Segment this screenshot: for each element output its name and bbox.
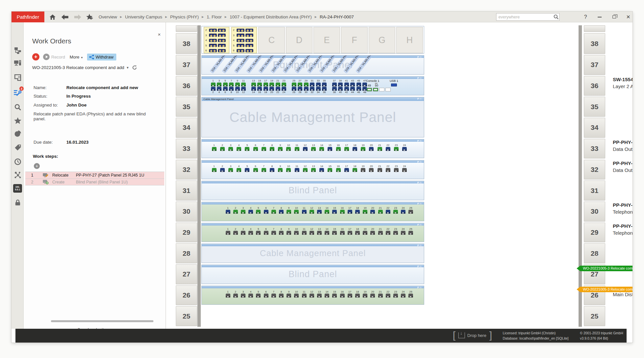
fiber-module[interactable] (209, 44, 217, 47)
more-menu-button[interactable]: More ▼ (70, 55, 83, 60)
rack-panel-u26[interactable]: FR12345678910111213141516171819202122232… (201, 286, 424, 305)
switch-port[interactable] (241, 87, 246, 91)
patch-port[interactable] (220, 147, 225, 151)
switch-port[interactable] (356, 83, 361, 86)
fiber-module[interactable] (218, 39, 226, 42)
patch-port[interactable] (401, 294, 405, 298)
patch-port[interactable] (245, 147, 249, 151)
component-label-PP-PHY-33[interactable]: PP-PHY-33Data Outlet / Horizontal Cablin… (613, 139, 632, 152)
patch-port[interactable] (378, 294, 383, 298)
patch-port[interactable] (370, 210, 375, 214)
patch-port[interactable] (386, 147, 390, 151)
patch-port[interactable] (348, 231, 352, 235)
cable-label-ribbon[interactable]: 104 - VLAN PHY (356, 55, 379, 74)
patch-port[interactable] (369, 168, 374, 172)
switch-port[interactable] (332, 87, 337, 91)
front-rear-toggle[interactable]: FR (417, 202, 422, 205)
patch-port[interactable] (264, 231, 268, 235)
switch-port[interactable] (217, 83, 221, 86)
patch-port[interactable] (353, 168, 357, 172)
patch-port[interactable] (378, 210, 383, 214)
rack-panel-u33[interactable]: FR12345678910111213141516171819202122232… (201, 139, 424, 158)
fiber-module[interactable] (209, 39, 217, 42)
front-rear-toggle[interactable]: FR (417, 286, 422, 289)
sidebar-item-lock[interactable] (13, 198, 22, 207)
sidebar-item-work-orders[interactable]: 3 (13, 88, 22, 97)
switch-port[interactable] (298, 87, 302, 91)
rack-panel-u36[interactable]: FR12345678910111213141516171819202122232… (201, 76, 424, 96)
patch-port[interactable] (394, 168, 399, 172)
work-order-selector[interactable]: WO-20221005-3 Relocate component and add… (32, 65, 137, 70)
patch-port[interactable] (310, 294, 314, 298)
patch-port[interactable] (378, 231, 383, 235)
patch-port[interactable] (237, 147, 241, 151)
patch-port[interactable] (319, 147, 324, 151)
add-work-order-button[interactable]: + (32, 53, 39, 60)
component-label-PP-PHY-30[interactable]: PP-PHY-30Telephone Outlet / Horizontal C… (613, 202, 632, 215)
rack-panel-u30[interactable]: FR12345678910111213141516171819202122232… (201, 202, 424, 221)
patch-port[interactable] (226, 294, 230, 298)
patch-port[interactable] (302, 294, 307, 298)
switch-port[interactable] (292, 83, 296, 86)
switch-port[interactable] (217, 87, 221, 91)
patch-port[interactable] (340, 294, 345, 298)
switch-port[interactable] (304, 87, 309, 91)
switch-port[interactable] (322, 87, 327, 91)
breadcrumb-item[interactable]: Overview (99, 14, 117, 19)
sfp-port[interactable] (373, 88, 378, 91)
patch-port[interactable] (317, 210, 322, 214)
switch-port[interactable] (241, 83, 246, 86)
panel-close-icon[interactable]: × (158, 32, 161, 37)
patch-port[interactable] (220, 168, 225, 172)
switch-port[interactable] (316, 87, 321, 91)
patch-port[interactable] (393, 294, 398, 298)
patch-port[interactable] (302, 210, 307, 214)
work-step-row[interactable]: 2CreateBlind Panel (Blind Panel 1U) (25, 179, 164, 185)
component-label-PP-PHY-32[interactable]: PP-PHY-32Data Outlet / Horizontal Cablin… (613, 160, 632, 173)
patch-port[interactable] (233, 231, 238, 235)
fiber-slot-C[interactable]: C (258, 27, 285, 53)
patch-port[interactable] (325, 294, 329, 298)
withdraw-button[interactable]: Withdraw (87, 54, 116, 60)
rack-panel-u28[interactable]: FRCable Management Panel (201, 244, 424, 263)
switch-port[interactable] (257, 83, 262, 86)
patch-port[interactable] (248, 294, 253, 298)
patch-port[interactable] (393, 210, 398, 214)
work-order-flag[interactable]: WO-20221005-3 Relocate component and add… (577, 287, 632, 292)
patch-port[interactable] (279, 294, 284, 298)
sidebar-item-reports[interactable] (13, 129, 22, 138)
breadcrumb-item[interactable]: 1007 - Equipment Distribution Area (PHY) (230, 14, 312, 19)
front-rear-toggle[interactable]: FR (417, 139, 422, 142)
fiber-module[interactable] (218, 49, 226, 52)
patch-port[interactable] (271, 210, 276, 214)
patch-port[interactable] (233, 294, 238, 298)
fiber-module[interactable] (218, 29, 226, 32)
search-input[interactable] (496, 15, 553, 19)
switch-port[interactable] (292, 87, 296, 91)
patch-port[interactable] (279, 210, 284, 214)
patch-port[interactable] (355, 231, 360, 235)
patch-port[interactable] (248, 231, 253, 235)
work-order-flag[interactable]: WO-20221005-3 Relocate component and add… (577, 266, 632, 271)
fiber-module[interactable] (237, 49, 244, 52)
patch-port[interactable] (245, 168, 249, 172)
patch-port[interactable] (378, 168, 382, 172)
front-rear-toggle[interactable]: FR (417, 181, 422, 184)
sidebar-item-topology[interactable] (13, 170, 22, 179)
search-icon[interactable] (553, 14, 559, 20)
patch-port[interactable] (394, 147, 399, 151)
patch-port[interactable] (317, 294, 322, 298)
rack-panel-u38[interactable]: 2345623456CDEFGH (201, 26, 424, 54)
patch-port[interactable] (311, 147, 316, 151)
patch-port[interactable] (401, 210, 405, 214)
switch-port[interactable] (211, 87, 216, 91)
patch-port[interactable] (212, 168, 217, 172)
usb-port[interactable] (391, 84, 397, 86)
patch-port[interactable] (340, 210, 345, 214)
patch-port[interactable] (270, 147, 274, 151)
switch-port[interactable] (338, 83, 343, 86)
rack-panel-u31[interactable]: FRBlind Panel (201, 181, 424, 200)
front-rear-toggle[interactable]: FR (417, 265, 422, 268)
patch-port[interactable] (378, 147, 382, 151)
home-button[interactable] (48, 13, 57, 21)
